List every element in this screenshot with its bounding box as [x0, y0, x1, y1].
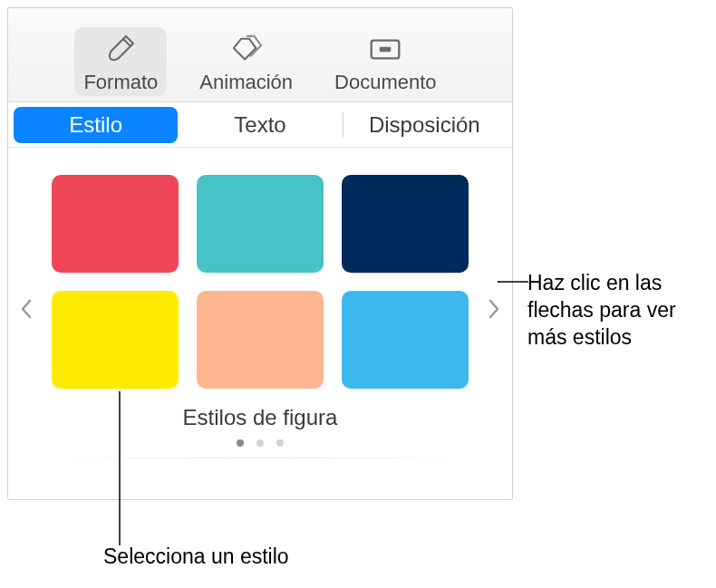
style-swatch-3[interactable] — [342, 175, 469, 273]
animation-tab-label: Animación — [199, 71, 293, 94]
diamond-icon — [230, 33, 263, 65]
callout-arrows: Haz clic en las flechas para ver más est… — [527, 270, 709, 352]
inspector-toolbar: Formato Animación Documento — [8, 8, 512, 102]
chevron-right-icon — [488, 299, 500, 323]
style-swatch-5[interactable] — [197, 291, 324, 389]
svg-rect-1 — [380, 46, 392, 51]
tab-style[interactable]: Estilo — [14, 107, 178, 143]
tab-text[interactable]: Texto — [178, 107, 342, 143]
tab-style-label: Estilo — [69, 112, 122, 138]
shape-styles-heading: Estilos de figura — [48, 405, 472, 430]
chevron-left-icon — [20, 299, 33, 323]
document-tab-button[interactable]: Documento — [325, 27, 446, 96]
next-styles-arrow[interactable] — [485, 297, 503, 324]
document-tab-label: Documento — [334, 71, 437, 94]
format-tab-label: Formato — [83, 71, 158, 94]
style-swatch-grid — [48, 175, 472, 389]
callout-select: Selecciona un estilo — [103, 544, 289, 571]
format-segmented-control: Estilo Texto Disposición — [8, 102, 512, 148]
style-swatch-4[interactable] — [52, 291, 179, 389]
style-swatch-1[interactable] — [52, 175, 179, 273]
leader-line-arrows — [498, 281, 528, 283]
pager-dot-3[interactable] — [276, 439, 284, 447]
style-swatch-6[interactable] — [342, 291, 469, 389]
animation-tab-button[interactable]: Animación — [190, 27, 302, 96]
shape-styles-section: Estilos de figura — [8, 148, 512, 468]
style-swatch-2[interactable] — [197, 175, 324, 273]
tab-text-label: Texto — [234, 112, 285, 138]
slide-icon — [369, 33, 402, 65]
pager-dot-1[interactable] — [237, 439, 244, 447]
format-inspector-panel: Formato Animación Documento Estilo — [7, 7, 513, 500]
tab-arrange-label: Disposición — [369, 112, 480, 138]
prev-styles-arrow[interactable] — [17, 297, 35, 324]
tab-arrange[interactable]: Disposición — [343, 107, 507, 143]
styles-pager — [48, 439, 472, 447]
divider-line — [64, 458, 456, 458]
format-tab-button[interactable]: Formato — [74, 27, 167, 96]
pager-dot-2[interactable] — [256, 439, 264, 447]
leader-line-select — [119, 391, 121, 545]
paintbrush-icon — [104, 33, 137, 65]
